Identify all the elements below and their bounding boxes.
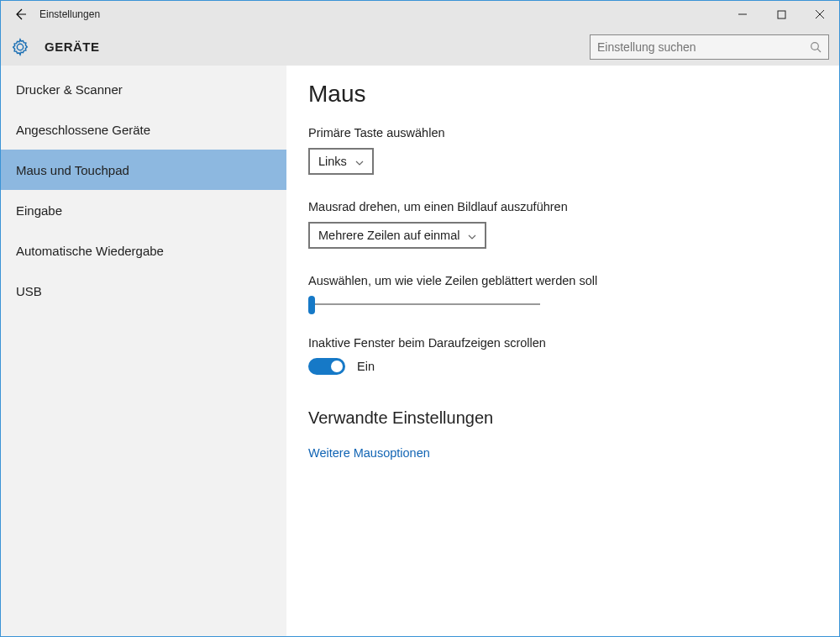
inactive-scroll-label: Inaktive Fenster beim Daraufzeigen scrol… [308, 336, 839, 350]
settings-gear-icon [1, 38, 39, 56]
sidebar-item-autoplay[interactable]: Automatische Wiedergabe [1, 230, 286, 271]
sidebar-item-mouse-touchpad[interactable]: Maus und Touchpad [1, 150, 286, 190]
sidebar-item-typing[interactable]: Eingabe [1, 190, 286, 230]
arrow-left-icon [13, 8, 27, 21]
slider-thumb[interactable] [308, 296, 315, 314]
sidebar-item-label: USB [16, 284, 42, 298]
primary-button-dropdown[interactable]: Links [308, 148, 374, 175]
window-title: Einstellungen [39, 8, 100, 20]
sidebar-item-usb[interactable]: USB [1, 271, 286, 311]
search-input[interactable] [591, 35, 803, 59]
slider-track [308, 303, 540, 305]
toggle-knob [331, 361, 343, 372]
sidebar-item-label: Maus und Touchpad [16, 163, 129, 177]
header: GERÄTE [1, 28, 839, 66]
inactive-scroll-state: Ein [357, 360, 375, 373]
more-mouse-options-link[interactable]: Weitere Mausoptionen [308, 446, 839, 460]
sidebar-item-label: Angeschlossene Geräte [16, 123, 150, 137]
search-box[interactable] [590, 34, 829, 60]
svg-point-1 [811, 42, 819, 50]
lines-label: Auswählen, um wie viele Zeilen geblätter… [308, 274, 839, 287]
page-title: Maus [308, 81, 839, 108]
back-button[interactable] [1, 1, 39, 28]
primary-button-label: Primäre Taste auswählen [308, 126, 839, 140]
sidebar-item-label: Eingabe [16, 203, 62, 218]
lines-slider[interactable] [308, 296, 540, 313]
sidebar-item-label: Drucker & Scanner [16, 82, 123, 97]
minimize-icon [738, 9, 748, 19]
maximize-button[interactable] [762, 1, 801, 28]
chevron-down-icon [355, 155, 364, 168]
inactive-scroll-toggle[interactable] [308, 358, 345, 375]
sidebar: Drucker & Scanner Angeschlossene Geräte … [1, 66, 286, 636]
header-category: GERÄTE [45, 39, 100, 54]
sidebar-item-printers[interactable]: Drucker & Scanner [1, 69, 286, 109]
gear-icon [11, 38, 29, 56]
wheel-mode-label: Mausrad drehen, um einen Bildlauf auszuf… [308, 200, 839, 213]
sidebar-item-label: Automatische Wiedergabe [16, 244, 164, 258]
close-button[interactable] [801, 1, 839, 28]
minimize-button[interactable] [723, 1, 762, 28]
close-icon [815, 9, 825, 19]
main-content: Maus Primäre Taste auswählen Links Mausr… [286, 66, 839, 636]
maximize-icon [777, 10, 786, 19]
wheel-mode-dropdown[interactable]: Mehrere Zeilen auf einmal [308, 222, 486, 249]
sidebar-item-connected-devices[interactable]: Angeschlossene Geräte [1, 109, 286, 150]
chevron-down-icon [468, 229, 476, 242]
wheel-mode-value: Mehrere Zeilen auf einmal [318, 229, 459, 242]
primary-button-value: Links [318, 155, 347, 168]
body: Drucker & Scanner Angeschlossene Geräte … [1, 66, 839, 636]
related-heading: Verwandte Einstellungen [308, 408, 839, 428]
titlebar: Einstellungen [1, 1, 839, 28]
svg-rect-0 [778, 11, 785, 18]
search-icon [803, 41, 828, 53]
